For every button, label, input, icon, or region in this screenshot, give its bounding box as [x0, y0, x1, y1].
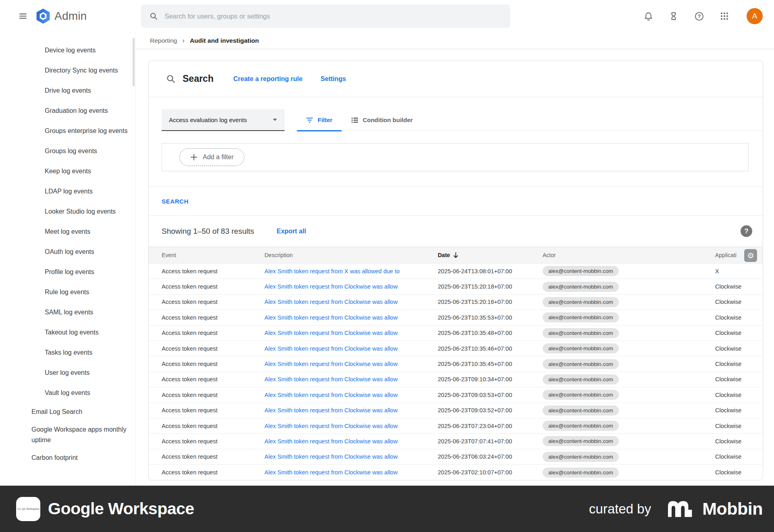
global-search-bar[interactable]	[141, 4, 510, 28]
actor-chip[interactable]: alex@content-mobbin.com	[543, 359, 619, 369]
actor-chip[interactable]: alex@content-mobbin.com	[543, 421, 619, 431]
sidebar-item-vault-log-events[interactable]: Vault log events	[0, 383, 135, 403]
tab-filter[interactable]: Filter	[297, 109, 342, 131]
sidebar-item-profile-log-events[interactable]: Profile log events	[0, 262, 135, 282]
avatar[interactable]: A	[747, 8, 763, 24]
description-link[interactable]: Alex Smith token request from Clockwise …	[264, 438, 438, 445]
sidebar-item-ldap-log-events[interactable]: LDAP log events	[0, 181, 135, 202]
col-description: Description	[264, 252, 438, 258]
tab-condition-builder[interactable]: Condition builder	[342, 109, 422, 131]
notifications-icon[interactable]	[643, 11, 653, 21]
date-cell: 2025-06-23T15:20:16+07:00	[438, 299, 543, 305]
application-cell: Clockwise	[715, 438, 763, 445]
sidebar-item-user-log-events[interactable]: User log events	[0, 363, 135, 383]
actor-chip[interactable]: alex@content-mobbin.com	[543, 405, 619, 416]
help-icon[interactable]: ?	[694, 11, 704, 21]
actor-cell: alex@content-mobbin.com	[543, 297, 715, 307]
application-cell: Clockwise	[715, 361, 763, 367]
sidebar-scrollbar[interactable]	[133, 38, 135, 86]
sidebar-item-google-workspace-apps-monthly-uptime[interactable]: Google Workspace apps monthly uptime	[0, 421, 135, 449]
application-cell: Clockwise	[715, 469, 763, 476]
sidebar-item-directory-sync-log-events[interactable]: Directory Sync log events	[0, 60, 135, 81]
description-link[interactable]: Alex Smith token request from Clockwise …	[264, 345, 438, 352]
description-link[interactable]: Alex Smith token request from Clockwise …	[264, 330, 438, 336]
settings-link[interactable]: Settings	[320, 75, 346, 83]
sidebar-item-saml-log-events[interactable]: SAML log events	[0, 302, 135, 322]
log-events-dropdown[interactable]: Access evaluation log events	[162, 109, 285, 131]
table-row: Access token requestAlex Smith token req…	[149, 356, 763, 372]
actor-chip[interactable]: alex@content-mobbin.com	[543, 390, 619, 400]
breadcrumb-reporting[interactable]: Reporting	[150, 37, 177, 44]
description-link[interactable]: Alex Smith token request from Clockwise …	[264, 453, 438, 460]
global-search-input[interactable]	[164, 12, 502, 20]
sidebar-nav: Device log eventsDirectory Sync log even…	[0, 32, 136, 486]
description-link[interactable]: Alex Smith token request from X was allo…	[264, 268, 438, 274]
admin-brand[interactable]: Admin	[36, 8, 87, 24]
panel-search-icon	[166, 74, 176, 84]
event-cell: Access token request	[162, 268, 264, 274]
actor-chip[interactable]: alex@content-mobbin.com	[543, 282, 619, 292]
description-link[interactable]: Alex Smith token request from Clockwise …	[264, 376, 438, 382]
sidebar-item-keep-log-events[interactable]: Keep log events	[0, 161, 135, 181]
table-row: Access token requestAlex Smith token req…	[149, 418, 763, 434]
actor-chip[interactable]: alex@content-mobbin.com	[543, 328, 619, 338]
application-cell: Clockwise	[715, 423, 763, 429]
sidebar-item-tasks-log-events[interactable]: Tasks log events	[0, 343, 135, 363]
sidebar-item-email-log-search[interactable]: Email Log Search	[0, 403, 135, 421]
search-button[interactable]: SEARCH	[156, 194, 194, 209]
actor-cell: alex@content-mobbin.com	[543, 405, 715, 416]
date-cell: 2025-06-23T10:35:46+07:00	[438, 345, 543, 352]
actor-cell: alex@content-mobbin.com	[543, 343, 715, 353]
table-row: Access token requestAlex Smith token req…	[149, 326, 763, 341]
table-row: Access token requestAlex Smith token req…	[149, 465, 763, 480]
description-link[interactable]: Alex Smith token request from Clockwise …	[264, 423, 438, 429]
sidebar-item-takeout-log-events[interactable]: Takeout log events	[0, 322, 135, 343]
event-cell: Access token request	[162, 438, 264, 445]
actor-chip[interactable]: alex@content-mobbin.com	[543, 266, 619, 276]
column-settings-gear-icon[interactable]: ⚙	[744, 249, 757, 262]
description-link[interactable]: Alex Smith token request from Clockwise …	[264, 392, 438, 398]
application-cell: Clockwise	[715, 314, 763, 321]
description-link[interactable]: Alex Smith token request from Clockwise …	[264, 314, 438, 321]
date-cell: 2025-06-23T07:23:04+07:00	[438, 423, 543, 429]
panel-title: Search	[183, 73, 214, 84]
hourglass-icon[interactable]	[668, 11, 679, 21]
date-cell: 2025-06-23T09:03:52+07:00	[438, 407, 543, 414]
application-cell: Clockwise	[715, 283, 763, 290]
description-link[interactable]: Alex Smith token request from Clockwise …	[264, 469, 438, 476]
event-cell: Access token request	[162, 423, 264, 429]
actor-chip[interactable]: alex@content-mobbin.com	[543, 312, 619, 322]
add-filter-button[interactable]: Add a filter	[179, 148, 244, 166]
actor-chip[interactable]: alex@content-mobbin.com	[543, 374, 619, 384]
sidebar-item-drive-log-events[interactable]: Drive log events	[0, 81, 135, 101]
description-link[interactable]: Alex Smith token request from Clockwise …	[264, 407, 438, 414]
actor-chip[interactable]: alex@content-mobbin.com	[543, 297, 619, 307]
actor-chip[interactable]: alex@content-mobbin.com	[543, 452, 619, 462]
description-link[interactable]: Alex Smith token request from Clockwise …	[264, 283, 438, 290]
col-date-sort[interactable]: Date	[438, 252, 543, 258]
sidebar-item-groups-enterprise-log-events[interactable]: Groups enterprise log events	[0, 121, 135, 141]
sidebar-item-carbon-footprint[interactable]: Carbon footprint	[0, 449, 135, 467]
sidebar-item-graduation-log-events[interactable]: Graduation log events	[0, 101, 135, 121]
menu-icon[interactable]	[13, 6, 33, 26]
apps-grid-icon[interactable]	[719, 11, 730, 21]
sidebar-item-oauth-log-events[interactable]: OAuth log events	[0, 242, 135, 262]
actor-chip[interactable]: alex@content-mobbin.com	[543, 436, 619, 446]
sidebar-item-device-log-events[interactable]: Device log events	[0, 40, 135, 60]
actor-chip[interactable]: alex@content-mobbin.com	[543, 468, 619, 478]
description-link[interactable]: Alex Smith token request from Clockwise …	[264, 361, 438, 367]
sidebar-item-groups-log-events[interactable]: Groups log events	[0, 141, 135, 161]
curated-by-label: curated by	[589, 501, 651, 517]
col-date-label: Date	[438, 252, 450, 258]
description-link[interactable]: Alex Smith token request from Clockwise …	[264, 299, 438, 305]
sidebar-item-meet-log-events[interactable]: Meet log events	[0, 222, 135, 242]
create-reporting-rule-link[interactable]: Create a reporting rule	[233, 75, 303, 83]
table-row: Access token requestAlex Smith token req…	[149, 387, 763, 403]
help-filled-icon[interactable]: ?	[741, 225, 752, 237]
condition-builder-icon	[351, 117, 358, 123]
sidebar-item-looker-studio-log-events[interactable]: Looker Studio log events	[0, 202, 135, 222]
sidebar-item-rule-log-events[interactable]: Rule log events	[0, 282, 135, 302]
event-cell: Access token request	[162, 376, 264, 382]
actor-chip[interactable]: alex@content-mobbin.com	[543, 343, 619, 353]
export-all-link[interactable]: Export all	[277, 228, 306, 235]
